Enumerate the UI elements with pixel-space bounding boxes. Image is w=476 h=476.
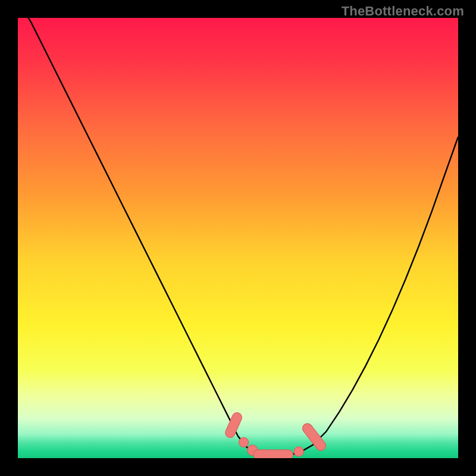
valley-marker — [239, 437, 248, 447]
watermark-text: TheBottleneck.com — [342, 4, 464, 19]
valley-marker — [224, 411, 243, 439]
plot-area — [18, 18, 458, 458]
valley-markers — [224, 411, 328, 458]
valley-marker — [294, 447, 303, 456]
bottleneck-curve — [18, 18, 458, 458]
valley-marker — [253, 450, 293, 458]
chart-frame: TheBottleneck.com — [0, 0, 476, 476]
valley-marker — [300, 421, 328, 452]
curve-path — [18, 18, 458, 455]
